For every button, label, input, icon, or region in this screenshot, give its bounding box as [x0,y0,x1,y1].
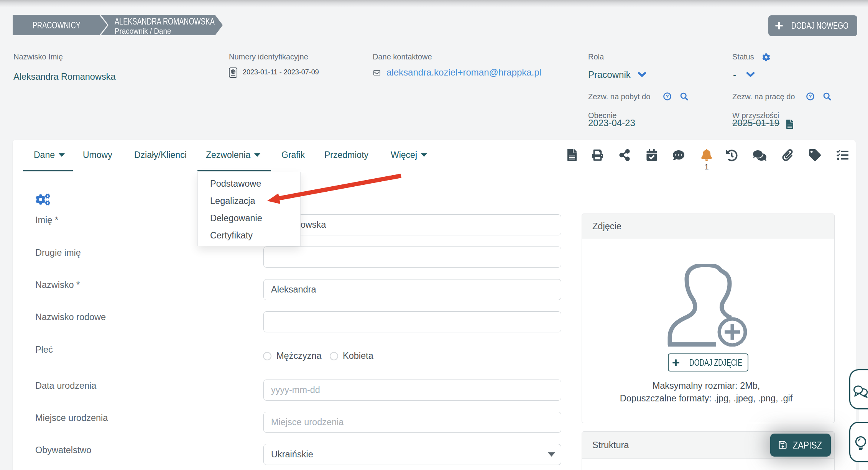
svg-text:?: ? [809,94,812,99]
svg-text:?: ? [666,94,669,99]
